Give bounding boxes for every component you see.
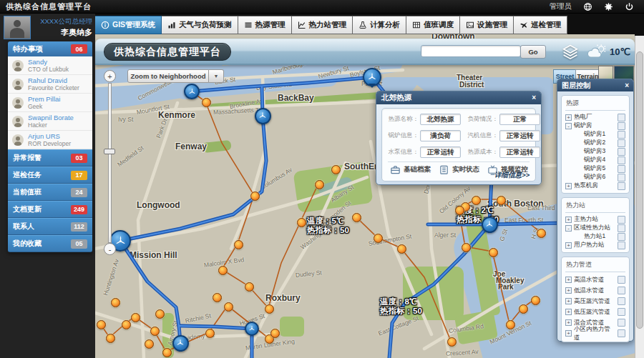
- layer-panel-title-bar[interactable]: 图层控制 ×: [557, 79, 633, 91]
- heat-station-marker[interactable]: [519, 304, 528, 314]
- layer-row[interactable]: + 热电厂: [565, 113, 625, 121]
- layer-row[interactable]: + 低压蒸汽管道: [565, 307, 625, 317]
- popup-action-button[interactable]: 实时状态: [438, 164, 479, 175]
- heat-station-marker[interactable]: [531, 296, 540, 305]
- heat-station-marker[interactable]: [397, 244, 406, 254]
- layer-checkbox[interactable]: [618, 224, 625, 232]
- heat-source-pin[interactable]: [255, 108, 271, 124]
- list-item[interactable]: Arjun URS ROR Developer: [8, 131, 92, 149]
- heat-station-marker[interactable]: [205, 329, 215, 338]
- tab[interactable]: 热源管理: [238, 16, 292, 34]
- tab[interactable]: 计算分析: [353, 16, 406, 34]
- layer-row[interactable]: + 主热力站: [565, 215, 625, 224]
- contact-name[interactable]: Rahul Dravid: [28, 77, 79, 84]
- heat-station-marker[interactable]: [250, 192, 260, 201]
- heat-station-marker[interactable]: [489, 248, 498, 257]
- heat-station-marker[interactable]: [245, 282, 254, 292]
- layer-checkbox[interactable]: [618, 319, 625, 327]
- layer-row[interactable]: + 高温水管道: [565, 274, 625, 285]
- heat-station-marker[interactable]: [150, 327, 160, 336]
- list-item[interactable]: Prem Pillai Geek: [8, 94, 92, 112]
- expand-toggle-icon[interactable]: +: [565, 242, 572, 249]
- sidebar-menu-item[interactable]: 当前值班 24: [8, 184, 92, 201]
- heat-station-marker[interactable]: [455, 206, 464, 215]
- layer-row[interactable]: 锅炉房3: [565, 147, 625, 156]
- layer-checkbox[interactable]: [618, 156, 625, 164]
- field-value[interactable]: 正常: [499, 114, 540, 125]
- layer-checkbox[interactable]: [618, 297, 625, 305]
- zoom-slider-handle[interactable]: [104, 149, 115, 154]
- list-item[interactable]: Swapnil Borate Hacker: [8, 112, 92, 131]
- heat-station-marker[interactable]: [331, 165, 341, 174]
- layer-checkbox[interactable]: [618, 165, 625, 173]
- tab[interactable]: 天气与负荷预测: [162, 16, 238, 34]
- layers-icon[interactable]: [560, 43, 580, 61]
- tab[interactable]: 热力站管理: [292, 16, 353, 34]
- layer-row[interactable]: - 区域性热力站: [565, 224, 625, 232]
- heat-station-marker[interactable]: [315, 180, 324, 189]
- heat-station-marker[interactable]: [122, 320, 131, 329]
- heat-station-marker[interactable]: [145, 339, 154, 349]
- heat-station-marker[interactable]: [462, 243, 471, 252]
- heat-station-marker[interactable]: [131, 313, 140, 322]
- map-canvas[interactable]: 供热综合信息管理平台 Go 10℃ Zoom to Neighborhood ▼…: [95, 34, 635, 358]
- expand-toggle-icon[interactable]: +: [565, 277, 572, 283]
- tab[interactable]: 值班调度: [406, 16, 460, 34]
- layer-row[interactable]: 锅炉房4: [565, 156, 625, 164]
- heat-station-marker[interactable]: [106, 334, 115, 343]
- user-avatar[interactable]: [4, 16, 31, 39]
- tab[interactable]: 巡检管理: [514, 16, 567, 34]
- heat-station-marker[interactable]: [111, 298, 120, 307]
- expand-toggle-icon[interactable]: -: [565, 225, 572, 232]
- layer-checkbox[interactable]: [618, 182, 625, 190]
- heat-station-marker[interactable]: [270, 329, 280, 338]
- heat-source-pin[interactable]: [482, 217, 498, 233]
- heat-source-pin[interactable]: [363, 68, 381, 86]
- sidebar-menu-item[interactable]: 我的收藏 05: [8, 235, 92, 252]
- close-icon[interactable]: ×: [625, 82, 629, 89]
- contact-name[interactable]: Sandy: [28, 59, 69, 66]
- heat-station-marker[interactable]: [297, 218, 306, 227]
- contact-name[interactable]: Swapnil Borate: [28, 114, 74, 121]
- layer-checkbox[interactable]: [618, 329, 625, 337]
- zoom-dropdown-label[interactable]: Zoom to Neighborhood: [127, 69, 209, 83]
- layer-row[interactable]: + 热泵机房: [565, 182, 625, 190]
- popup-action-button[interactable]: 基础档案: [389, 164, 431, 175]
- layer-checkbox[interactable]: [618, 287, 625, 294]
- heat-station-marker[interactable]: [506, 320, 515, 329]
- layer-checkbox[interactable]: [618, 148, 625, 156]
- heat-station-marker[interactable]: [202, 98, 211, 107]
- layer-checkbox[interactable]: [618, 233, 625, 241]
- expand-toggle-icon[interactable]: +: [565, 330, 572, 337]
- layer-row[interactable]: 锅炉房1: [565, 130, 625, 139]
- layer-row[interactable]: - 锅炉房: [565, 121, 625, 130]
- expand-toggle-icon[interactable]: -: [565, 123, 572, 129]
- todo-header[interactable]: 特办事项 06: [8, 41, 92, 56]
- layer-checkbox[interactable]: [618, 242, 625, 249]
- field-value[interactable]: 北郊热源: [420, 114, 461, 125]
- heat-station-marker[interactable]: [97, 320, 106, 329]
- titlebar-icon[interactable]: [583, 2, 592, 11]
- expand-toggle-icon[interactable]: +: [565, 319, 572, 326]
- expand-toggle-icon[interactable]: +: [565, 183, 572, 189]
- layer-row[interactable]: 锅炉房2: [565, 139, 625, 147]
- heat-station-marker[interactable]: [265, 304, 274, 314]
- detail-info-link[interactable]: 详细信息>>: [494, 171, 530, 180]
- expand-toggle-icon[interactable]: +: [565, 309, 572, 315]
- layer-row[interactable]: + 低温水管道: [565, 285, 625, 296]
- layer-checkbox[interactable]: [618, 276, 625, 284]
- heat-station-marker[interactable]: [224, 302, 233, 312]
- contact-name[interactable]: Arjun URS: [28, 133, 71, 140]
- zoom-to-neighborhood-dropdown[interactable]: Zoom to Neighborhood ▼: [127, 69, 224, 83]
- sidebar-menu-item[interactable]: 联系人 112: [8, 218, 92, 235]
- expand-toggle-icon[interactable]: +: [565, 217, 572, 223]
- heat-source-pin[interactable]: [172, 335, 189, 352]
- tab[interactable]: 设施管理: [460, 16, 514, 34]
- go-button[interactable]: Go: [520, 45, 546, 59]
- field-value[interactable]: 正常运转: [499, 130, 540, 141]
- layer-checkbox[interactable]: [618, 308, 625, 316]
- heat-station-marker[interactable]: [234, 240, 243, 249]
- admin-user-label[interactable]: 管理员: [550, 1, 572, 11]
- layer-row[interactable]: + 用户热力站: [565, 241, 625, 249]
- layer-row[interactable]: 锅炉房5: [565, 164, 625, 173]
